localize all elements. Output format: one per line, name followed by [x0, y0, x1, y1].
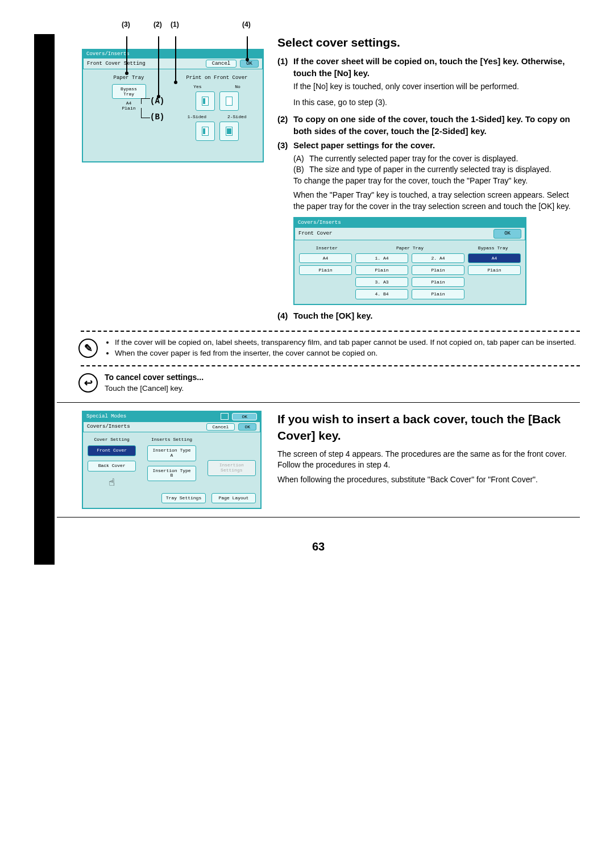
col-inserter: Inserter — [299, 245, 355, 251]
tray3[interactable]: 3. A3 — [355, 277, 408, 287]
cancel-text: Touch the [Cancel] key. — [105, 383, 204, 394]
inserter-a4[interactable]: A4 — [299, 253, 352, 263]
screen-subtitle: Front Cover — [298, 230, 332, 237]
one-sided-label: 1-Sided — [187, 114, 206, 119]
callout-B: (B) — [150, 112, 164, 122]
tray3-type: Plain — [412, 277, 464, 287]
item-num: (2) — [277, 113, 293, 137]
step-title: Select cover settings. — [277, 34, 580, 51]
paper-tray-header: Paper Tray — [89, 75, 169, 81]
screen-subtitle: Covers/Inserts — [87, 424, 130, 429]
page-layout-button[interactable]: Page Layout — [211, 493, 256, 504]
item-sub: In this case, go to step (3). — [293, 97, 580, 108]
hand-pointer-icon: ☝ — [88, 476, 136, 489]
tray4-type: Plain — [412, 289, 464, 299]
inserts-setting-header: Inserts Setting — [147, 437, 196, 442]
screen-subtitle: Front Cover Setting — [87, 61, 146, 66]
one-sided-icon — [202, 127, 209, 136]
ok-button[interactable]: OK — [232, 413, 257, 420]
callout-3: (3) — [122, 20, 130, 28]
cancel-button[interactable]: Cancel — [206, 60, 237, 68]
two-sided-icon — [226, 127, 233, 136]
letter: (B) — [293, 164, 309, 176]
paragraph: The screen of step 4 appears. The proced… — [277, 449, 580, 471]
cover-setting-header: Cover Setting — [88, 437, 136, 442]
note-cancel: ↩ To cancel cover settings... Touch the … — [78, 372, 580, 394]
tray-settings-button[interactable]: Tray Settings — [161, 493, 206, 504]
step-5: 5 Special Modes OK Covers/Inserts — [57, 403, 580, 509]
ok-button[interactable]: OK — [493, 229, 521, 239]
step-title: If you wish to insert a back cover, touc… — [277, 411, 580, 444]
yes-label: Yes — [193, 84, 201, 89]
item-text: If the cover sheet will be copied on, to… — [293, 55, 580, 79]
letter-text: The size and type of paper in the curren… — [309, 164, 551, 176]
item-sub: If the [No] key is touched, only cover i… — [293, 81, 580, 93]
ok-button[interactable]: OK — [238, 423, 256, 431]
pencil-icon: ✎ — [78, 339, 98, 358]
tray1-type: Plain — [355, 265, 408, 275]
paragraph: When the "Paper Tray" key is touched, a … — [293, 190, 580, 212]
insertion-type-a-button[interactable]: Insertion Type A — [147, 445, 196, 461]
tray-selection-screen: Covers/Inserts Front Cover OK Inserter P… — [293, 217, 526, 305]
two-sided-button[interactable] — [219, 122, 239, 141]
tray2[interactable]: 2. A4 — [412, 253, 464, 263]
cancel-button[interactable]: Cancel — [206, 423, 235, 431]
letter-text: The currently selected paper tray for th… — [309, 153, 518, 165]
no-label: No — [235, 84, 240, 89]
item-num: (1) — [277, 55, 293, 79]
two-sided-label: 2-Sided — [227, 114, 247, 119]
note-bullet: If the cover will be copied on, label sh… — [115, 337, 576, 348]
item-text: Touch the [OK] key. — [293, 310, 372, 322]
callout-2: (2) — [154, 20, 162, 28]
tray2-type: Plain — [412, 265, 464, 275]
col-paper-tray: Paper Tray — [355, 245, 466, 251]
covers-inserts-screen: Special Modes OK Covers/Inserts Cancel O… — [82, 411, 262, 509]
tray1[interactable]: 1. A4 — [355, 253, 408, 263]
page-print-icon — [202, 97, 209, 106]
letter: (A) — [293, 153, 309, 165]
cancel-title: To cancel cover settings... — [105, 372, 204, 383]
item-num: (4) — [277, 310, 293, 322]
chapter-sidebar — [34, 34, 55, 565]
ok-button[interactable]: OK — [240, 60, 259, 68]
page-number: 63 — [57, 540, 580, 553]
item-num: (3) — [277, 139, 293, 151]
paragraph: When following the procedures, substitut… — [277, 474, 580, 486]
inserter-plain[interactable]: Plain — [299, 265, 352, 275]
book-icon — [221, 413, 229, 420]
screen-title: Covers/Inserts — [83, 50, 263, 58]
tray4[interactable]: 4. B4 — [355, 289, 408, 299]
bypass-type: Plain — [468, 265, 521, 275]
divider — [81, 365, 580, 366]
special-modes-label: Special Modes — [86, 414, 126, 419]
callout-1: (1) — [171, 20, 179, 28]
divider — [81, 331, 580, 332]
insertion-type-b-button[interactable]: Insertion Type B — [147, 466, 196, 482]
no-button[interactable] — [219, 91, 239, 111]
bypass-tray-button[interactable]: Bypass Tray — [112, 84, 146, 99]
tray-type: Plain — [89, 106, 169, 111]
screen-title: Covers/Inserts — [294, 218, 525, 228]
item-text: Select paper settings for the cover. — [293, 139, 435, 151]
insertion-settings-button: Insertion Settings — [208, 460, 256, 476]
bypass-a4[interactable]: A4 — [468, 253, 521, 263]
step-4: 4 (3) (2) (1) (4) — [57, 34, 580, 324]
note-info: ✎ If the cover will be copied on, label … — [78, 337, 580, 359]
note-bullet: When the cover paper is fed from the ins… — [115, 348, 576, 359]
print-on-cover-header: Print on Front Cover — [177, 75, 257, 81]
one-sided-button[interactable] — [196, 122, 215, 141]
item-text: To copy on one side of the cover, touch … — [293, 113, 580, 137]
front-cover-setting-screen: Covers/Inserts Front Cover Setting Cance… — [82, 49, 264, 162]
front-cover-button[interactable]: Front Cover — [88, 445, 136, 456]
step-number: 5 — [61, 450, 70, 470]
paragraph: To change the paper tray for the cover, … — [293, 176, 580, 187]
step-number: 4 — [61, 169, 70, 189]
callout-4: (4) — [242, 20, 251, 28]
back-cover-button[interactable]: Back Cover — [88, 461, 136, 471]
callout-A: (A) — [150, 97, 164, 106]
yes-button[interactable] — [196, 91, 215, 111]
return-icon: ↩ — [78, 373, 98, 393]
col-bypass: Bypass Tray — [466, 245, 521, 251]
page-blank-icon — [226, 97, 233, 106]
